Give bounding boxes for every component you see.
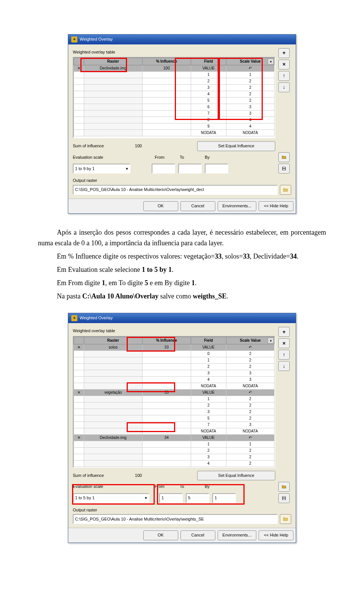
output-raster-label: Output raster xyxy=(73,177,291,184)
hide-help-button[interactable]: << Hide Help xyxy=(259,201,293,211)
table-row[interactable]: 11 xyxy=(74,441,275,447)
save-button[interactable] xyxy=(278,493,290,503)
table-row[interactable]: 11 xyxy=(74,72,275,78)
sum-value: 100 xyxy=(125,472,152,479)
table-row[interactable]: 52 xyxy=(74,98,275,104)
section-header-row[interactable]: ✕Declividade.img34VALUE↶ xyxy=(74,434,275,441)
side-button-column: + × ↑ ↓ xyxy=(278,48,291,174)
titlebar[interactable]: ✦ Weighted Overlay xyxy=(68,35,296,44)
col-influence: % Influence xyxy=(142,58,191,65)
table-row[interactable]: 73 xyxy=(74,421,275,428)
overlay-table[interactable]: ▴ Raster % Influence Field Scale Value ✕… xyxy=(73,57,275,138)
table-row[interactable]: 32 xyxy=(74,454,275,460)
col-raster: Raster xyxy=(84,58,143,65)
move-up-button[interactable]: ↑ xyxy=(278,71,290,81)
table-row[interactable]: 02 xyxy=(74,350,275,357)
ok-button[interactable]: OK xyxy=(143,201,178,211)
table-row[interactable]: 84 xyxy=(74,117,275,123)
evaluation-scale-select[interactable]: 1 to 9 by 1 xyxy=(73,164,130,174)
table-row[interactable]: 73 xyxy=(74,110,275,117)
titlebar[interactable]: ✦ Weighted Overlay xyxy=(68,313,296,323)
by-label: By xyxy=(205,483,227,490)
paragraph-5: Na pasta C:\Aula 10 Aluno\Overlay salve … xyxy=(38,291,326,302)
cancel-button[interactable]: Cancel xyxy=(180,201,215,211)
weighted-overlay-dialog-2: ✦ Weighted Overlay Weighted overlay tabl… xyxy=(68,313,296,543)
remove-button[interactable]: × xyxy=(278,338,290,348)
add-button[interactable]: + xyxy=(278,327,290,337)
set-equal-influence-button[interactable]: Set Equal Influence xyxy=(197,141,275,151)
table-row[interactable]: 52 xyxy=(74,415,275,421)
from-label: From xyxy=(155,154,177,161)
table-row[interactable]: 32 xyxy=(74,85,275,91)
svg-rect-2 xyxy=(283,497,285,498)
section-header-row[interactable]: ✕vegetação33VALUE↶ xyxy=(74,389,275,396)
environments-button[interactable]: Environments... xyxy=(218,530,256,540)
move-up-button[interactable]: ↑ xyxy=(278,350,290,360)
to-label: To xyxy=(180,154,202,161)
paragraph-4: Em From digite 1, em To digite 5 e em By… xyxy=(38,278,326,289)
by-input[interactable] xyxy=(205,164,228,174)
by-input[interactable]: 1 xyxy=(212,493,236,503)
remove-button[interactable]: × xyxy=(278,60,290,69)
table-row[interactable]: NODATANODATA xyxy=(74,428,275,434)
weighted-overlay-dialog-1: ✦ Weighted Overlay Weighted overlay tabl… xyxy=(68,34,296,214)
open-button[interactable] xyxy=(278,482,290,492)
sum-label: Sum of influence xyxy=(73,472,122,479)
move-down-button[interactable]: ↓ xyxy=(278,361,290,371)
hide-help-button[interactable]: << Hide Help xyxy=(259,530,293,540)
table-row[interactable]: NODATANODATA xyxy=(74,383,275,389)
group-label: Weighted overlay table xyxy=(73,328,275,335)
to-input[interactable] xyxy=(178,164,202,174)
overlay-table[interactable]: ▴ Raster % Influence Field Scale Value ✕… xyxy=(73,336,275,468)
browse-output-button[interactable] xyxy=(280,514,291,524)
sum-label: Sum of influence xyxy=(73,143,122,150)
paragraph-2: Em % Influence digite os respectivos val… xyxy=(38,251,326,262)
table-row[interactable]: 22 xyxy=(74,363,275,370)
table-row[interactable]: 43 xyxy=(74,376,275,383)
table-row[interactable]: NODATANODATA xyxy=(74,130,275,136)
table-row[interactable]: 42 xyxy=(74,91,275,98)
raster-name: Declividade.img xyxy=(84,65,143,72)
scroll-up-icon[interactable]: ▴ xyxy=(268,338,274,344)
output-raster-label: Output raster xyxy=(73,507,291,514)
table-row[interactable]: 12 xyxy=(74,396,275,402)
eval-scale-label: Evaluation scale xyxy=(73,483,122,490)
table-row[interactable]: 22 xyxy=(74,402,275,409)
section-header-row[interactable]: ✕solos33VALUE↶ xyxy=(74,344,275,350)
window-title: Weighted Overlay xyxy=(80,315,113,322)
cancel-button[interactable]: Cancel xyxy=(180,530,215,540)
window-title: Weighted Overlay xyxy=(80,36,113,43)
table-row[interactable]: 42 xyxy=(74,460,275,467)
table-row[interactable]: 12 xyxy=(74,357,275,363)
table-row[interactable]: 32 xyxy=(74,409,275,415)
influence-val[interactable]: 100 xyxy=(142,65,191,72)
output-raster-input[interactable]: C:\SIG_POS_GEO\Aula 10 - Analise Multicr… xyxy=(73,514,278,524)
output-raster-input[interactable]: C:\SIG_POS_GEO\Aula 10 - Analise Multicr… xyxy=(73,185,278,195)
set-equal-influence-button[interactable]: Set Equal Influence xyxy=(197,471,275,481)
dialog-button-bar: OK Cancel Environments... << Hide Help xyxy=(68,528,296,543)
save-button[interactable] xyxy=(278,164,290,174)
open-button[interactable] xyxy=(278,152,290,162)
col-field: Field xyxy=(191,337,226,344)
svg-rect-0 xyxy=(283,167,285,168)
table-row[interactable]: 63 xyxy=(74,104,275,110)
table-row[interactable]: 22 xyxy=(74,447,275,454)
ok-button[interactable]: OK xyxy=(143,530,178,540)
col-field: Field xyxy=(191,58,226,65)
from-input[interactable] xyxy=(152,164,175,174)
add-button[interactable]: + xyxy=(278,48,290,58)
col-influence: % Influence xyxy=(142,337,191,344)
table-row[interactable]: 33 xyxy=(74,370,275,376)
by-label: By xyxy=(205,154,227,161)
table-row[interactable]: 22 xyxy=(74,78,275,85)
tool-icon: ✦ xyxy=(71,36,77,43)
environments-button[interactable]: Environments... xyxy=(218,201,256,211)
side-button-column: + × ↑ ↓ xyxy=(278,327,291,503)
browse-output-button[interactable] xyxy=(280,185,291,195)
table-row[interactable]: 94 xyxy=(74,123,275,130)
evaluation-scale-select[interactable]: 1 to 5 by 1 xyxy=(73,493,149,503)
move-down-button[interactable]: ↓ xyxy=(278,82,290,92)
scroll-up-icon[interactable]: ▴ xyxy=(268,58,274,65)
from-input[interactable]: 1 xyxy=(159,493,183,503)
to-input[interactable]: 5 xyxy=(186,493,209,503)
